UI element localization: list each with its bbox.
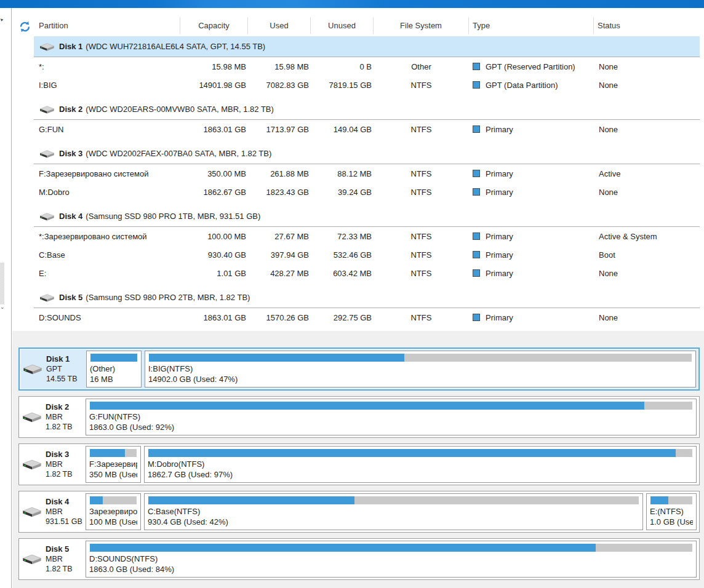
disk-drive-icon — [39, 212, 55, 221]
file-system-cell: NTFS — [374, 313, 469, 322]
file-system-cell: NTFS — [374, 125, 469, 134]
disk-group-row-disk-5[interactable]: Disk 5(Samsung SSD 980 PRO 2TB, MBR, 1.8… — [34, 287, 700, 308]
partition-row-f[interactable]: F:Зарезервировано системой350.00 MB261.8… — [34, 164, 700, 183]
disk-map-label: Disk 5MBR1.82 TB — [19, 539, 83, 579]
capacity-cell: 930.40 GB — [180, 250, 248, 260]
disk-drive-icon — [22, 553, 42, 565]
disk-map-row-disk-3[interactable]: Disk 3MBR1.82 TBF:Зарезервировано систем… — [18, 443, 700, 485]
used-cell: 27.67 MB — [248, 232, 311, 241]
partition-row-[interactable]: *:Зарезервировано системой100.00 MB27.67… — [34, 227, 700, 245]
usage-bar-fill — [90, 449, 125, 457]
partition-type-color-icon — [473, 314, 480, 321]
partition-block-detail: 350 MB (Used: 75%) — [89, 469, 137, 480]
disk-map-row-disk-4[interactable]: Disk 4MBR931.51 GBЗарезервировано систем… — [18, 491, 700, 533]
used-cell: 428.27 MB — [248, 269, 311, 278]
partition-row-i-big[interactable]: I:BIG14901.98 GB7082.83 GB7819.15 GBNTFS… — [34, 76, 700, 94]
disk-map-size: 1.82 TB — [46, 564, 73, 574]
background-scrollbar-track[interactable] — [0, 263, 4, 304]
disk-map-size: 1.82 TB — [46, 422, 73, 432]
refresh-sync-icon — [19, 21, 31, 33]
disk-group-row-disk-3[interactable]: Disk 3(WDC WD2002FAEX-007BA0 SATA, MBR, … — [34, 143, 700, 164]
disk-map-label-text: Disk 1GPT14.55 TB — [46, 354, 78, 384]
disk-map-row-disk-2[interactable]: Disk 2MBR1.82 TBG:FUN(NTFS)1863.0 GB (Us… — [18, 396, 700, 438]
column-header-capacity[interactable]: Capacity — [180, 17, 248, 34]
partition-block-d-sounds-ntfs[interactable]: D:SOUNDS(NTFS)1863.0 GB (Used: 84%) — [86, 541, 697, 578]
disk-group-row-disk-4[interactable]: Disk 4(Samsung SSD 980 PRO 1TB, MBR, 931… — [34, 206, 700, 227]
type-cell: Primary — [469, 169, 594, 178]
column-header-partition[interactable]: Partition — [34, 17, 180, 34]
partition-name-cell: C:Base — [34, 250, 180, 260]
disk-map-blocks: (Other)16 MBI:BIG(NTFS)14902.0 GB (Used:… — [84, 349, 698, 389]
disk-map-label: Disk 4MBR931.51 GB — [19, 491, 83, 532]
partition-block-e-ntfs[interactable]: E:(NTFS)1.0 GB (Used: 42%) — [646, 493, 697, 530]
status-cell: Active — [594, 169, 700, 178]
partition-name-cell: M:Dobro — [34, 188, 180, 197]
disk-group-row-disk-2[interactable]: Disk 2(WDC WD20EARS-00MVWB0 SATA, MBR, 1… — [34, 99, 700, 120]
column-header-used[interactable]: Used — [248, 17, 311, 34]
capacity-cell: 1863.01 GB — [180, 313, 248, 322]
capacity-cell: 100.00 MB — [180, 232, 248, 241]
capacity-cell: 350.00 MB — [180, 169, 248, 178]
type-cell: Primary — [469, 269, 594, 278]
type-cell: Primary — [469, 250, 594, 260]
table-body: Disk 1(WDC WUH721816ALE6L4 SATA, GPT, 14… — [34, 36, 700, 327]
status-cell: None — [594, 313, 700, 322]
partition-block-m-dobro-ntfs[interactable]: M:Dobro(NTFS)1862.7 GB (Used: 97%) — [144, 446, 697, 483]
disk-map-label: Disk 2MBR1.82 TB — [19, 397, 83, 437]
disk-map-name: Disk 3 — [46, 450, 73, 459]
partition-row-[interactable]: *:15.98 MB15.98 MB0 BOtherGPT (Reserved … — [34, 57, 700, 76]
file-system-cell: Other — [374, 62, 469, 71]
panel-divider — [11, 8, 12, 588]
partition-row-e[interactable]: E:1.01 GB428.27 MB603.42 MBNTFSPrimaryNo… — [34, 264, 700, 282]
partition-type-color-icon — [473, 81, 480, 89]
scrollbar-down-arrow-icon[interactable]: ⌄ — [0, 304, 5, 310]
disk-map-blocks: Зарезервировано системой(NTFS)100 MB (Us… — [83, 491, 699, 532]
status-cell: Active & System — [594, 232, 700, 241]
capacity-cell: 14901.98 GB — [180, 81, 248, 90]
partition-name-cell: F:Зарезервировано системой — [34, 169, 180, 178]
column-header-file-system[interactable]: File System — [374, 17, 469, 34]
unused-cell: 532.46 GB — [311, 250, 374, 260]
disk-map-size: 931.51 GB — [46, 517, 82, 526]
refresh-button[interactable] — [19, 20, 33, 33]
capacity-cell: 15.98 MB — [180, 62, 248, 71]
disk-group-name: Disk 1 — [59, 42, 82, 51]
usage-bar — [148, 496, 639, 504]
partition-block-c-base-ntfs[interactable]: C:Base(NTFS)930.4 GB (Used: 42%) — [144, 493, 643, 530]
usage-bar — [650, 496, 692, 504]
type-label: Primary — [486, 169, 513, 178]
disk-map-blocks: F:Зарезервировано системой(NTFS)350 MB (… — [83, 444, 699, 485]
partition-row-g-fun[interactable]: G:FUN1863.01 GB1713.97 GB149.04 GBNTFSPr… — [34, 120, 700, 138]
column-header-status[interactable]: Status — [594, 17, 700, 34]
used-cell: 1570.26 GB — [248, 313, 311, 322]
partition-block-label: G:FUN(NTFS) — [89, 411, 693, 422]
partition-block-ntfs[interactable]: Зарезервировано системой(NTFS)100 MB (Us… — [86, 493, 141, 530]
partition-block-other[interactable]: (Other)16 MB — [86, 351, 142, 387]
partition-block-i-big-ntfs[interactable]: I:BIG(NTFS)14902.0 GB (Used: 47%) — [145, 351, 696, 387]
disk-map-row-disk-5[interactable]: Disk 5MBR1.82 TBD:SOUNDS(NTFS)1863.0 GB … — [18, 538, 700, 580]
column-header-type[interactable]: Type — [469, 17, 594, 34]
partition-type-color-icon — [473, 251, 480, 258]
disk-map-row-disk-1[interactable]: Disk 1GPT14.55 TB(Other)16 MBI:BIG(NTFS)… — [18, 348, 700, 391]
table-header-row: PartitionCapacityUsedUnusedFile SystemTy… — [34, 17, 700, 34]
partition-name-cell: G:FUN — [34, 125, 180, 134]
column-header-unused[interactable]: Unused — [311, 17, 374, 34]
partition-type-color-icon — [473, 232, 480, 240]
disk-map-scheme: GPT — [46, 364, 78, 374]
partition-row-d-sounds[interactable]: D:SOUNDS1863.01 GB1570.26 GB292.75 GBNTF… — [34, 308, 700, 327]
partition-row-c-base[interactable]: C:Base930.40 GB397.94 GB532.46 GBNTFSPri… — [34, 245, 700, 264]
unused-cell: 603.42 MB — [311, 269, 374, 278]
partition-block-f-ntfs[interactable]: F:Зарезервировано системой(NTFS)350 MB (… — [86, 446, 141, 483]
unused-cell: 7819.15 GB — [311, 81, 374, 90]
usage-bar-fill — [90, 402, 644, 410]
partition-block-g-fun-ntfs[interactable]: G:FUN(NTFS)1863.0 GB (Used: 92%) — [86, 399, 697, 435]
partition-row-m-dobro[interactable]: M:Dobro1862.67 GB1823.43 GB39.24 GBNTFSP… — [34, 183, 700, 201]
partition-type-color-icon — [473, 125, 480, 133]
disk-map-size: 1.82 TB — [46, 469, 73, 479]
disk-map-name: Disk 2 — [46, 402, 73, 412]
disk-group-row-disk-1[interactable]: Disk 1(WDC WUH721816ALE6L4 SATA, GPT, 14… — [34, 36, 700, 57]
file-system-cell: NTFS — [374, 188, 469, 197]
disk-map-name: Disk 4 — [46, 497, 82, 507]
partition-block-label: D:SOUNDS(NTFS) — [89, 554, 693, 564]
status-cell: None — [594, 188, 700, 197]
